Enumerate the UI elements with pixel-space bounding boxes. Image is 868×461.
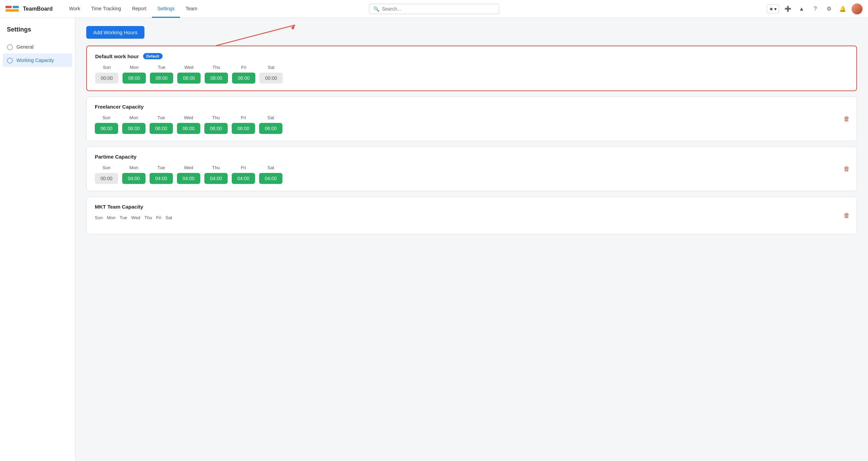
time-btn-fri-1[interactable]: 06:00 — [232, 123, 255, 134]
day-label-fri-1: Fri — [241, 115, 246, 120]
day-col-fri-0: Fri 08:00 — [232, 65, 255, 84]
delete-mkt-button[interactable]: 🗑 — [844, 212, 850, 219]
day-col-sun-3: Sun — [95, 215, 103, 220]
partime-days-row: Sun 00:00 Mon 04:00 Tue 04:00 Wed 04:00 … — [95, 165, 848, 184]
day-col-mon-2: Mon 04:00 — [122, 165, 145, 184]
favorites-button[interactable]: ★ ▾ — [767, 4, 779, 13]
day-col-tue-0: Tue 08:00 — [150, 65, 173, 84]
svg-marker-1 — [291, 25, 295, 30]
logo-red — [5, 6, 12, 8]
working-capacity-icon: ◯ — [7, 57, 13, 63]
delete-freelancer-button[interactable]: 🗑 — [844, 115, 850, 123]
help-icon[interactable]: ? — [810, 4, 820, 14]
nav-time-tracking[interactable]: Time Tracking — [86, 0, 126, 18]
day-label-sat-0: Sat — [268, 65, 275, 70]
day-col-wed-2: Wed 04:00 — [177, 165, 200, 184]
freelancer-days-row: Sun 06:00 Mon 06:00 Tue 06:00 Wed 06:00 … — [95, 115, 848, 134]
day-label-tue-1: Tue — [157, 115, 165, 120]
add-icon[interactable]: ➕ — [783, 4, 793, 14]
add-working-hours-button[interactable]: Add Working Hours — [86, 26, 144, 39]
freelancer-capacity-card: Freelancer Capacity 🗑 Sun 06:00 Mon 06:0… — [86, 97, 857, 141]
day-label-sat-1: Sat — [267, 115, 274, 120]
day-col-tue-3: Tue — [119, 215, 127, 220]
time-btn-tue-1[interactable]: 06:00 — [150, 123, 173, 134]
time-btn-sat-2[interactable]: 04:00 — [259, 173, 282, 184]
time-btn-mon-0[interactable]: 08:00 — [123, 73, 146, 84]
time-btn-wed-0[interactable]: 08:00 — [177, 73, 201, 84]
avatar-image — [852, 3, 863, 14]
day-label-sun-0: Sun — [103, 65, 111, 70]
day-label-fri-0: Fri — [241, 65, 246, 70]
day-col-thu-0: Thu 08:00 — [205, 65, 228, 84]
time-btn-sat-1[interactable]: 06:00 — [259, 123, 282, 134]
nav-report[interactable]: Report — [127, 0, 152, 18]
day-col-thu-3: Thu — [144, 215, 152, 220]
search-icon: 🔍 — [373, 6, 379, 12]
topbar-right-actions: ★ ▾ ➕ ▲ ? ⚙ 🔔 — [767, 3, 863, 14]
sidebar: Settings ◯ General ◯ Working Capacity — [0, 18, 75, 461]
day-label-thu-1: Thu — [212, 115, 220, 120]
page-layout: Settings ◯ General ◯ Working Capacity Ad… — [0, 18, 868, 461]
time-btn-sun-2[interactable]: 00:00 — [95, 173, 118, 184]
day-label-sat-2: Sat — [267, 165, 274, 170]
day-label-tue-3: Tue — [119, 215, 127, 220]
sidebar-item-working-capacity[interactable]: ◯ Working Capacity — [3, 53, 72, 67]
day-label-wed-2: Wed — [184, 165, 193, 170]
time-btn-thu-0[interactable]: 08:00 — [205, 73, 228, 84]
day-col-sat-0: Sat 00:00 — [259, 65, 283, 84]
day-col-mon-0: Mon 08:00 — [123, 65, 146, 84]
mkt-team-capacity-title: MKT Team Capacity — [95, 204, 143, 210]
nav-team[interactable]: Team — [180, 0, 203, 18]
sidebar-item-general-label: General — [16, 44, 34, 50]
settings-icon[interactable]: ⚙ — [824, 4, 834, 14]
partime-capacity-card: Partime Capacity 🗑 Sun 00:00 Mon 04:00 T… — [86, 147, 857, 191]
default-work-hour-title: Default work hour — [95, 53, 139, 59]
time-btn-fri-0[interactable]: 08:00 — [232, 73, 255, 84]
day-col-mon-1: Mon 06:00 — [122, 115, 145, 134]
search-input[interactable] — [382, 6, 495, 12]
time-btn-tue-2[interactable]: 04:00 — [150, 173, 173, 184]
delete-partime-button[interactable]: 🗑 — [844, 165, 850, 173]
time-btn-mon-2[interactable]: 04:00 — [122, 173, 145, 184]
time-btn-wed-2[interactable]: 04:00 — [177, 173, 200, 184]
time-btn-mon-1[interactable]: 06:00 — [122, 123, 145, 134]
day-label-mon-1: Mon — [129, 115, 138, 120]
time-btn-wed-1[interactable]: 06:00 — [177, 123, 200, 134]
avatar[interactable] — [852, 3, 863, 14]
card-header-default: Default work hour Default — [95, 53, 848, 59]
nav-settings[interactable]: Settings — [152, 0, 180, 18]
time-btn-tue-0[interactable]: 08:00 — [150, 73, 173, 84]
time-btn-sat-0[interactable]: 00:00 — [259, 73, 283, 84]
time-btn-thu-1[interactable]: 06:00 — [204, 123, 228, 134]
day-col-tue-1: Tue 06:00 — [150, 115, 173, 134]
time-btn-thu-2[interactable]: 04:00 — [204, 173, 228, 184]
day-label-sun-3: Sun — [95, 215, 103, 220]
main-content: Add Working Hours Default work hour Defa… — [75, 18, 868, 461]
day-label-tue-0: Tue — [158, 65, 165, 70]
topbar: TeamBoard Work Time Tracking Report Sett… — [0, 0, 868, 18]
mkt-team-capacity-card: MKT Team Capacity 🗑 Sun Mon Tue Wed Thu — [86, 197, 857, 234]
search-bar[interactable]: 🔍 — [369, 4, 499, 14]
day-col-fri-1: Fri 06:00 — [232, 115, 255, 134]
time-btn-sun-1[interactable]: 06:00 — [95, 123, 118, 134]
nav-work[interactable]: Work — [64, 0, 86, 18]
day-col-sun-1: Sun 06:00 — [95, 115, 118, 134]
notifications-icon[interactable]: 🔔 — [838, 4, 847, 14]
day-col-sun-2: Sun 00:00 — [95, 165, 118, 184]
sidebar-title: Settings — [0, 26, 75, 40]
day-col-thu-1: Thu 06:00 — [204, 115, 228, 134]
day-label-fri-3: Fri — [156, 215, 161, 220]
upload-icon[interactable]: ▲ — [797, 4, 806, 14]
day-col-sat-1: Sat 06:00 — [259, 115, 282, 134]
default-days-row: Sun 00:00 Mon 08:00 Tue 08:00 Wed 08:00 … — [95, 65, 848, 84]
sidebar-item-general[interactable]: ◯ General — [0, 40, 75, 53]
sidebar-item-working-capacity-label: Working Capacity — [16, 58, 54, 63]
day-label-thu-0: Thu — [213, 65, 220, 70]
time-btn-fri-2[interactable]: 04:00 — [232, 173, 255, 184]
chevron-down-icon: ▾ — [774, 6, 777, 12]
time-btn-sun-0[interactable]: 00:00 — [95, 73, 118, 84]
day-label-sun-1: Sun — [102, 115, 110, 120]
day-label-thu-3: Thu — [144, 215, 152, 220]
day-label-wed-3: Wed — [131, 215, 140, 220]
day-label-wed-1: Wed — [184, 115, 193, 120]
